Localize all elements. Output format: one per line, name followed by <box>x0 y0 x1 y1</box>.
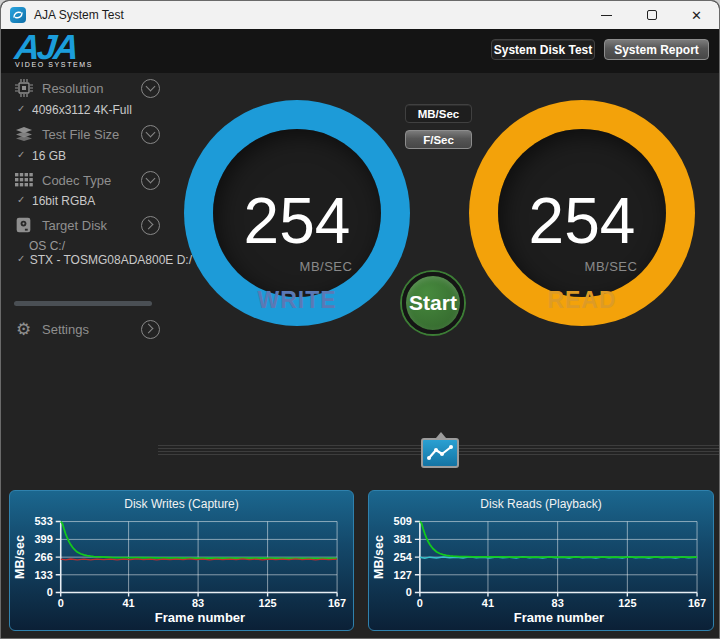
write-speed-value: 254 <box>213 189 381 253</box>
window-controls <box>584 1 719 29</box>
codec-type-value[interactable]: ✓ 16bit RGBA <box>17 194 192 208</box>
test-file-size-value-text: 16 GB <box>32 149 66 163</box>
aja-logo: AJA VIDEO SYSTEMS <box>15 31 93 68</box>
close-icon <box>691 6 702 24</box>
titlebar: AJA System Test <box>1 1 719 29</box>
svg-text:125: 125 <box>618 597 636 609</box>
app-window: AJA System Test AJA VIDEO SYSTEMS System… <box>0 0 720 639</box>
minimize-icon <box>601 15 612 16</box>
svg-text:381: 381 <box>394 533 412 545</box>
read-speed-value: 254 <box>498 189 666 253</box>
svg-text:254: 254 <box>394 551 412 563</box>
check-icon: ✓ <box>17 253 26 267</box>
sidebar-item-label: Target Disk <box>42 218 107 233</box>
resolution-value[interactable]: ✓ 4096x3112 4K-Full <box>17 103 192 117</box>
svg-text:167: 167 <box>328 597 346 609</box>
write-gauge-face: 254 MB/SEC WRITE <box>213 129 381 297</box>
check-icon: ✓ <box>17 149 28 163</box>
aja-logo-text: AJA <box>13 31 94 63</box>
read-speed-unit: MB/SEC <box>498 259 666 274</box>
sidebar-item-label: Codec Type <box>42 173 111 188</box>
chip-icon <box>14 79 33 97</box>
target-disk-option-stx[interactable]: ✓ STX - TOSMG08ADA800E D:/ <box>17 253 192 267</box>
svg-text:83: 83 <box>552 597 564 609</box>
svg-text:509: 509 <box>394 516 412 528</box>
layers-icon <box>14 125 33 143</box>
target-disk-option-text: STX - TOSMG08ADA800E D:/ <box>30 253 192 267</box>
svg-text:127: 127 <box>394 569 412 581</box>
y-axis-label: MB/sec <box>372 514 386 600</box>
write-speed-unit: MB/SEC <box>213 259 381 274</box>
chevron-right-icon[interactable] <box>141 320 160 339</box>
mb-sec-button[interactable]: MB/Sec <box>405 104 472 123</box>
chart-toggle-button[interactable] <box>421 438 459 468</box>
write-gauge: 254 MB/SEC WRITE <box>184 100 410 326</box>
sidebar-item-label: Test File Size <box>42 127 119 142</box>
test-file-size-value[interactable]: ✓ 16 GB <box>17 149 192 163</box>
system-report-button[interactable]: System Report <box>604 39 709 60</box>
chevron-down-icon[interactable] <box>141 125 160 144</box>
close-button[interactable] <box>674 1 719 29</box>
svg-text:41: 41 <box>482 597 494 609</box>
write-gauge-label: WRITE <box>213 287 381 314</box>
f-sec-button[interactable]: F/Sec <box>405 130 472 149</box>
resolution-value-text: 4096x3112 4K-Full <box>32 103 132 117</box>
read-gauge: 254 MB/SEC READ <box>469 100 695 326</box>
svg-text:0: 0 <box>47 587 53 599</box>
disk-writes-chart-panel: Disk Writes (Capture) 041831251670133266… <box>9 490 354 631</box>
app-icon <box>10 7 26 23</box>
sidebar-item-resolution[interactable]: Resolution <box>14 77 156 99</box>
svg-text:167: 167 <box>688 597 706 609</box>
gear-icon <box>14 320 33 338</box>
svg-text:0: 0 <box>58 597 64 609</box>
system-disk-test-button[interactable]: System Disk Test <box>491 39 595 60</box>
sidebar-item-settings[interactable]: Settings <box>14 318 156 340</box>
check-icon: ✓ <box>17 194 28 208</box>
sidebar-item-target-disk[interactable]: Target Disk <box>14 214 156 236</box>
maximize-button[interactable] <box>629 1 674 29</box>
sidebar-item-codec-type[interactable]: Codec Type <box>14 169 156 191</box>
svg-text:41: 41 <box>123 597 135 609</box>
svg-text:83: 83 <box>192 597 204 609</box>
x-axis-label: Frame number <box>420 610 698 625</box>
start-button[interactable]: Start <box>402 272 464 334</box>
svg-text:399: 399 <box>35 533 53 545</box>
notch-icon <box>436 432 446 438</box>
svg-text:133: 133 <box>35 569 53 581</box>
minimize-button[interactable] <box>584 1 629 29</box>
disk-icon <box>14 216 33 234</box>
read-gauge-face: 254 MB/SEC READ <box>498 129 666 297</box>
chevron-down-icon[interactable] <box>141 171 160 190</box>
svg-text:266: 266 <box>35 551 53 563</box>
maximize-icon <box>647 10 657 20</box>
codec-grid-icon <box>14 171 33 189</box>
svg-text:0: 0 <box>406 587 412 599</box>
chevron-down-icon[interactable] <box>141 79 160 98</box>
check-icon: ✓ <box>17 103 28 117</box>
svg-text:0: 0 <box>417 597 423 609</box>
sidebar-item-label: Settings <box>42 322 89 337</box>
sidebar-item-label: Resolution <box>42 81 103 96</box>
codec-type-value-text: 16bit RGBA <box>32 194 95 208</box>
sidebar-item-test-file-size[interactable]: Test File Size <box>14 123 156 145</box>
sidebar-divider <box>14 301 152 306</box>
window-title: AJA System Test <box>34 8 124 22</box>
target-disk-option-text: OS C:/ <box>29 239 65 253</box>
svg-text:533: 533 <box>35 516 53 528</box>
svg-text:125: 125 <box>258 597 276 609</box>
x-axis-label: Frame number <box>61 610 339 625</box>
app-header: AJA VIDEO SYSTEMS System Disk Test Syste… <box>1 29 719 73</box>
read-gauge-label: READ <box>498 287 666 314</box>
target-disk-option-os[interactable]: OS C:/ <box>29 239 204 253</box>
chevron-right-icon[interactable] <box>141 216 160 235</box>
disk-reads-chart-panel: Disk Reads (Playback) 041831251670127254… <box>368 490 714 631</box>
y-axis-label: MB/sec <box>13 514 27 600</box>
